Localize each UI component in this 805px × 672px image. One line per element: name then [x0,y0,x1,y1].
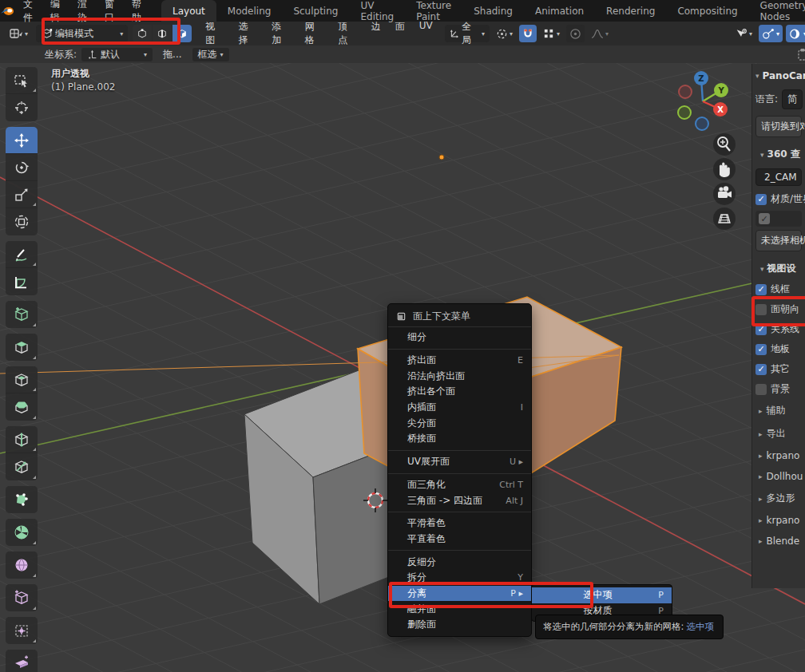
submenu-item-0[interactable]: 选中项P [532,587,672,603]
tab-rendering[interactable]: Rendering [595,0,666,22]
tool-measure[interactable] [6,268,38,295]
viewport-menu-3[interactable]: 网格 [298,20,331,47]
app-menu-1[interactable]: 编辑 [42,0,69,22]
drag-action-button[interactable]: 拖... [157,48,187,61]
panel-subheader-3[interactable]: ▾360 查 [752,140,805,165]
viewport-menu-7[interactable]: UV [412,20,440,47]
tab-geometry-nodes[interactable]: Geometry Nodes [749,0,805,22]
checkbox-背景[interactable]: 背景 [752,379,805,399]
menu-item-2[interactable]: 挤出面E [388,353,531,369]
tool-knife[interactable] [6,453,38,480]
tab-layout[interactable]: Layout [161,0,216,22]
select-tool-dropdown[interactable]: 框选 ▾ [192,48,229,61]
tab-shading[interactable]: Shading [462,0,524,22]
mode-dropdown[interactable]: 编辑模式 ▾ [36,25,128,42]
pivot-point-dropdown[interactable]: ▾ [493,25,516,42]
vertex-select-button[interactable] [133,25,152,42]
app-menu-2[interactable]: 渲染 [69,0,96,22]
collapsed-section-krpano[interactable]: ▸krpano [752,510,805,531]
tool-poly-build[interactable] [6,486,38,513]
ortho-grid-icon[interactable] [713,208,736,230]
viewport-menu-4[interactable]: 顶点 [331,20,364,47]
menu-item-17[interactable]: 反细分 [388,554,531,570]
checkbox-地板[interactable]: ✓地板 [752,339,805,359]
zoom-icon[interactable] [713,133,736,156]
checkbox-材质/世界[interactable]: ✓材质/世界 [752,189,805,209]
menu-item-14[interactable]: 平滑着色 [388,516,531,532]
menu-item-0[interactable]: 细分 [388,330,531,346]
tab-sculpting[interactable]: Sculpting [282,0,349,22]
proportional-editing-toggle[interactable] [566,25,585,42]
tab-uv-editing[interactable]: UV Editing [349,0,405,22]
viewport-menu-1[interactable]: 选择 [232,20,265,47]
tool-extrude-region[interactable] [6,334,38,361]
show-gizmo-dropdown[interactable]: ▾ [732,25,755,42]
menu-item-15[interactable]: 平直着色 [388,532,531,547]
tab-modeling[interactable]: Modeling [216,0,283,22]
app-menu-4[interactable]: 帮助 [123,0,150,22]
tool-move[interactable] [6,127,38,154]
menu-item-4[interactable]: 挤出各个面 [388,384,531,400]
snap-settings-dropdown[interactable]: ▾ [540,25,563,42]
checkbox-plain[interactable]: ✓ [755,211,802,227]
viewport-menu-0[interactable]: 视图 [198,20,232,47]
tab-compositing[interactable]: Compositing [666,0,748,22]
tool-inset-faces[interactable] [6,366,38,393]
collapsed-section-导出[interactable]: ▸导出 [752,422,805,445]
snap-toggle[interactable] [519,25,537,42]
viewport-menu-5[interactable]: 边 [364,20,388,47]
checkbox-其它[interactable]: ✓其它 [752,359,805,379]
tool-annotate[interactable] [6,241,38,268]
checkbox-面朝向[interactable]: 面朝向 [752,299,805,319]
viewport-menu-2[interactable]: 添加 [264,20,298,47]
collapsed-section-Blende[interactable]: ▸Blende [752,531,805,551]
gizmo-axis-y-neg[interactable] [678,106,691,119]
language-dropdown[interactable]: 简 [782,89,803,109]
checkbox-线框[interactable]: ✓线框 [752,279,805,299]
camera-view-icon[interactable] [713,183,736,205]
tool-shear[interactable] [6,650,38,672]
pan-hand-icon[interactable] [713,158,736,180]
tool-loop-cut[interactable] [6,426,38,453]
gizmo-axis-x-neg[interactable] [679,85,692,98]
menu-item-7[interactable]: 桥接面 [388,431,531,447]
menu-item-20[interactable]: 融并面 [388,601,531,617]
collapsed-section-辅助[interactable]: ▸辅助 [752,399,805,422]
show-overlays-dropdown[interactable]: ▾ [759,25,783,42]
tool-transform[interactable] [6,208,38,235]
panel-button-2[interactable]: 请切换到对 [755,116,802,137]
menu-item-11[interactable]: 面三角化Ctrl T [388,477,531,493]
menu-item-6[interactable]: 尖分面 [388,415,531,431]
menu-item-18[interactable]: 拆分Y [388,570,531,586]
menu-item-5[interactable]: 内插面I [388,400,531,416]
face-select-button[interactable] [172,25,192,42]
editor-type-selector[interactable]: ▾ [6,25,31,42]
menu-item-19[interactable]: 分离P ▸ [388,586,531,602]
coord-system-dropdown[interactable]: 默认 ▾ [81,48,153,61]
gizmo-axis-z-neg[interactable] [696,117,708,130]
menu-item-9[interactable]: UV展开面U ▸ [388,454,531,470]
tool-cursor[interactable] [6,94,38,121]
panel-header-PanoCam[interactable]: ▾PanoCam [752,64,805,86]
menu-item-12[interactable]: 三角面 -> 四边面Alt J [388,492,531,508]
tool-edge-slide[interactable] [6,584,38,611]
tool-smooth[interactable] [6,551,38,579]
tab-texture-paint[interactable]: Texture Paint [405,0,462,22]
tool-rotate[interactable] [6,154,38,181]
collapsed-section-Dollhou[interactable]: ▸Dollhou [752,466,805,487]
shading-mode-dropdown[interactable]: ▾ [786,25,805,42]
tool-shrink-fatten[interactable] [6,617,38,644]
app-menu-3[interactable]: 窗口 [96,0,123,22]
edge-select-button[interactable] [153,25,172,42]
clipboard-icon[interactable] [797,48,805,61]
app-menu-0[interactable]: 文件 [14,0,42,22]
checkbox-关系线[interactable]: ✓关系线 [752,319,805,339]
menu-item-3[interactable]: 沿法向挤出面 [388,368,531,384]
panel-button-7[interactable]: 未选择相机 [755,230,802,251]
viewport-menu-6[interactable]: 面 [388,20,412,47]
tool-spin[interactable] [6,519,38,546]
collapsed-section-多边形[interactable]: ▸多边形 [752,487,805,510]
tab-animation[interactable]: Animation [524,0,595,22]
panel-subheader-8[interactable]: ▾视图设 [752,255,805,279]
tool-scale[interactable] [6,181,38,208]
